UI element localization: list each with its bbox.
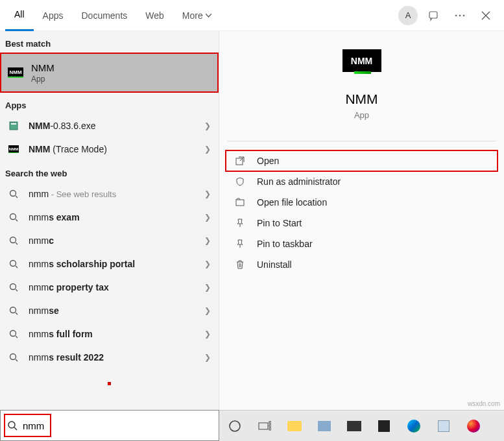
chevron-right-icon: ❯ <box>204 329 211 339</box>
web-result[interactable]: nmm - See web results❯ <box>0 182 219 206</box>
action-pin-taskbar[interactable]: Pin to taskbar <box>219 233 504 254</box>
close-icon[interactable] <box>473 3 499 29</box>
search-icon <box>8 328 19 340</box>
search-icon <box>8 352 19 363</box>
chevron-right-icon: ❯ <box>204 213 211 222</box>
tab-more[interactable]: More <box>173 0 221 31</box>
svg-point-1 <box>455 14 457 16</box>
svg-point-13 <box>10 354 16 360</box>
action-uninstall[interactable]: Uninstall <box>219 254 504 275</box>
detail-app-icon: NMM <box>342 49 381 72</box>
svg-rect-20 <box>269 425 271 427</box>
tab-documents[interactable]: Documents <box>72 0 136 31</box>
svg-rect-19 <box>269 422 271 423</box>
web-result[interactable]: nmmse❯ <box>0 299 219 322</box>
avatar-initial: A <box>398 6 418 25</box>
best-match-item[interactable]: NMM NMM App <box>0 53 219 93</box>
svg-point-17 <box>230 421 240 431</box>
result-label: nmmc <box>29 235 204 246</box>
exe-icon <box>8 121 19 131</box>
result-label: nmms scholarship portal <box>29 259 204 269</box>
search-input[interactable] <box>23 420 212 431</box>
svg-rect-18 <box>259 423 268 429</box>
search-filter-tabs: All Apps Documents Web More A <box>0 0 504 31</box>
trash-icon <box>235 259 245 270</box>
action-run-admin[interactable]: Run as administrator <box>219 171 504 192</box>
edge-icon[interactable] <box>405 417 423 435</box>
store-icon[interactable] <box>375 417 393 435</box>
search-icon <box>8 235 19 246</box>
file-explorer-icon[interactable] <box>285 417 304 435</box>
detail-panel: NMM NMM App Open Run as administrator Op… <box>219 31 504 410</box>
svg-rect-21 <box>269 428 271 430</box>
action-open[interactable]: Open <box>226 150 498 171</box>
result-label: nmms result 2022 <box>29 352 204 363</box>
action-open-location[interactable]: Open file location <box>219 192 504 213</box>
firefox-icon[interactable] <box>464 417 483 435</box>
mail-icon[interactable] <box>345 417 363 435</box>
chevron-right-icon: ❯ <box>204 283 211 292</box>
chevron-right-icon: ❯ <box>204 259 211 268</box>
detail-title: NMM <box>219 91 504 107</box>
action-pin-start[interactable]: Pin to Start <box>219 213 504 233</box>
result-label: NMM (Trace Mode) <box>29 144 204 154</box>
chevron-down-icon <box>206 14 211 18</box>
result-label: NMM-0.83.6.exe <box>29 121 204 131</box>
svg-point-10 <box>10 284 16 290</box>
result-label: nmms exam <box>29 212 204 222</box>
best-match-title: NMM <box>31 62 54 73</box>
web-result[interactable]: nmms scholarship portal❯ <box>0 252 219 276</box>
task-view-icon[interactable] <box>256 417 274 435</box>
shield-icon <box>235 176 245 187</box>
folder-icon <box>235 197 245 208</box>
result-label: nmmc property tax <box>29 282 204 292</box>
nmm-app-icon: NMM <box>8 67 23 78</box>
section-apps: Apps <box>0 93 219 114</box>
chevron-right-icon: ❯ <box>204 353 211 362</box>
cortana-icon[interactable] <box>226 417 244 435</box>
svg-point-8 <box>10 237 16 243</box>
chevron-right-icon: ❯ <box>204 306 211 315</box>
web-result[interactable]: nmmc property tax❯ <box>0 276 219 299</box>
svg-rect-0 <box>429 12 437 18</box>
web-result[interactable]: nmms result 2022❯ <box>0 346 219 369</box>
svg-point-3 <box>463 14 465 16</box>
result-label: nmms full form <box>29 329 204 339</box>
tab-apps[interactable]: Apps <box>34 0 73 31</box>
feedback-icon[interactable] <box>421 3 447 29</box>
tab-web[interactable]: Web <box>136 0 173 31</box>
results-panel: Best match NMM NMM App Apps NMM-0.83.6.e… <box>0 31 219 410</box>
search-bar[interactable] <box>0 410 219 441</box>
open-icon <box>235 156 245 166</box>
app-result[interactable]: NMMNMM (Trace Mode)❯ <box>0 137 219 161</box>
search-icon <box>8 281 19 293</box>
chevron-right-icon: ❯ <box>204 236 211 245</box>
detail-subtitle: App <box>219 110 504 120</box>
app-result[interactable]: NMM-0.83.6.exe❯ <box>0 114 219 137</box>
search-icon <box>7 420 18 431</box>
search-icon <box>8 305 19 316</box>
chevron-right-icon: ❯ <box>204 145 211 154</box>
svg-point-9 <box>10 261 16 267</box>
more-options-icon[interactable] <box>447 3 473 29</box>
web-result[interactable]: nmms full form❯ <box>0 322 219 346</box>
svg-rect-5 <box>11 123 16 125</box>
printer-icon[interactable] <box>315 417 333 435</box>
section-web: Search the web <box>0 161 219 182</box>
svg-rect-15 <box>236 200 244 206</box>
web-result[interactable]: nmmc❯ <box>0 229 219 252</box>
notepad-icon[interactable] <box>435 417 453 435</box>
taskbar <box>219 410 504 441</box>
svg-point-7 <box>10 214 16 220</box>
user-avatar[interactable]: A <box>395 3 421 29</box>
section-best-match: Best match <box>0 31 219 53</box>
web-result[interactable]: nmms exam❯ <box>0 206 219 229</box>
watermark: wsxdn.com <box>468 400 500 407</box>
search-icon <box>8 188 19 200</box>
svg-point-12 <box>10 331 16 337</box>
svg-rect-4 <box>10 122 18 130</box>
result-label: nmmse <box>29 305 204 316</box>
tab-all[interactable]: All <box>5 0 34 31</box>
svg-point-16 <box>8 422 15 428</box>
result-label: nmm - See web results <box>29 189 204 199</box>
